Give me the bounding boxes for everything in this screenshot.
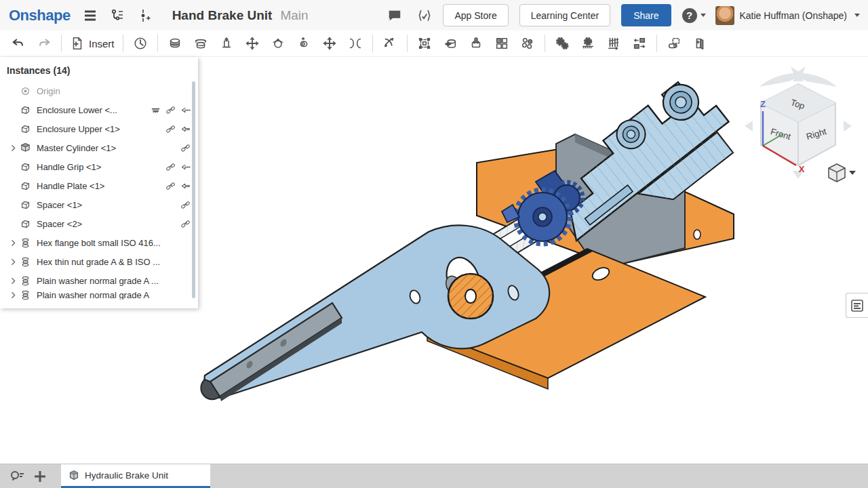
linear-relation-icon[interactable] bbox=[629, 34, 650, 53]
assembly-tab-icon bbox=[68, 469, 80, 481]
chevron-placeholder bbox=[7, 218, 19, 229]
help-icon[interactable]: ? bbox=[682, 8, 697, 23]
rotate-tool-icon[interactable] bbox=[130, 34, 151, 53]
chevron-placeholder bbox=[7, 161, 19, 172]
instance-row[interactable]: Spacer <1> bbox=[0, 195, 198, 214]
instance-row[interactable]: Enclosure Lower <... bbox=[0, 100, 198, 119]
pivot-disc-section bbox=[448, 274, 493, 319]
instance-row[interactable]: Handle Plate <1> bbox=[0, 176, 198, 195]
circular-pattern-icon[interactable] bbox=[517, 34, 538, 53]
fixed-badge-icon bbox=[149, 104, 161, 115]
tangent-mate-icon[interactable] bbox=[345, 34, 366, 53]
versions-icon[interactable] bbox=[110, 8, 125, 23]
instance-row[interactable]: Plain washer normal grade A bbox=[0, 290, 198, 300]
pin-slot-mate-icon[interactable] bbox=[294, 34, 314, 53]
instance-row[interactable]: Plain washer normal grade A ... bbox=[0, 271, 198, 290]
instances-panel: Instances (14) OriginEnclosure Lower <..… bbox=[0, 57, 198, 308]
slider-mate-icon[interactable] bbox=[216, 34, 237, 53]
app-store-button[interactable]: App Store bbox=[443, 4, 508, 26]
instance-row[interactable]: Hex thin nut grade A & B ISO ... bbox=[0, 252, 198, 271]
manage-tabs-icon[interactable] bbox=[5, 464, 28, 488]
z-axis-label: Z bbox=[760, 99, 766, 109]
view-cube[interactable]: Top Front Right Z X bbox=[741, 65, 856, 184]
document-title: Hand Brake Unit bbox=[172, 8, 273, 23]
workspace-name: Main bbox=[280, 8, 308, 23]
add-tab-icon[interactable] bbox=[28, 464, 52, 488]
instance-label: Enclosure Lower <... bbox=[37, 105, 149, 115]
instance-label: Enclosure Upper <1> bbox=[37, 124, 164, 134]
part-icon bbox=[19, 180, 31, 192]
expand-chevron-icon[interactable] bbox=[7, 256, 19, 267]
undo-icon[interactable] bbox=[8, 34, 28, 53]
origin-icon bbox=[19, 85, 31, 97]
document-tab-bar: Hydraulic Brake Unit bbox=[0, 464, 868, 488]
link-badge-icon bbox=[164, 161, 176, 172]
instance-label: Master Cylinder <1> bbox=[37, 143, 179, 153]
rack-pinion-relation-icon[interactable] bbox=[578, 34, 598, 53]
gear-relation-icon[interactable] bbox=[552, 34, 572, 53]
chevron-placeholder bbox=[7, 85, 19, 96]
view-cube-body bbox=[761, 84, 835, 165]
planar-mate-icon[interactable] bbox=[242, 34, 262, 53]
chevron-placeholder bbox=[7, 104, 19, 115]
create-version-icon[interactable] bbox=[137, 8, 152, 23]
display-states-icon[interactable] bbox=[690, 34, 710, 53]
ball-mate-icon[interactable] bbox=[268, 34, 288, 53]
main-menu-icon[interactable] bbox=[83, 8, 98, 23]
group-parts-icon[interactable] bbox=[414, 34, 435, 53]
expand-chevron-icon[interactable] bbox=[7, 275, 19, 286]
instance-row[interactable]: Spacer <2> bbox=[0, 214, 198, 233]
instance-label: Plain washer normal grade A bbox=[37, 290, 191, 300]
part-icon bbox=[19, 123, 31, 135]
chevron-placeholder bbox=[7, 123, 19, 134]
link-badge-icon bbox=[164, 123, 176, 134]
screw-relation-icon[interactable] bbox=[604, 34, 624, 53]
part-icon bbox=[19, 199, 31, 211]
comments-icon[interactable] bbox=[387, 8, 402, 23]
tab-hydraulic-brake-unit[interactable]: Hydraulic Brake Unit bbox=[61, 464, 210, 488]
instance-label: Hex thin nut grade A & B ISO ... bbox=[37, 257, 191, 267]
learning-center-button[interactable]: Learning Center bbox=[519, 4, 610, 26]
fastener-icon bbox=[19, 256, 31, 268]
avatar bbox=[715, 6, 734, 25]
featurescript-icon[interactable] bbox=[417, 8, 432, 23]
panel-scrollbar[interactable] bbox=[192, 81, 195, 298]
expand-chevron-icon[interactable] bbox=[7, 290, 19, 300]
chevron-down-icon bbox=[701, 14, 706, 17]
named-positions-icon[interactable] bbox=[440, 34, 460, 53]
view-options-menu[interactable] bbox=[829, 164, 856, 182]
instance-label: Spacer <2> bbox=[37, 219, 179, 229]
linear-pattern-icon[interactable] bbox=[492, 34, 512, 53]
instance-row[interactable]: Origin bbox=[0, 81, 198, 100]
arrowSolid-badge-icon bbox=[179, 123, 191, 134]
instance-row[interactable]: Hex flange bolt small ISO 416... bbox=[0, 233, 198, 252]
instance-row[interactable]: Master Cylinder <1> bbox=[0, 138, 198, 157]
expand-chevron-icon[interactable] bbox=[7, 237, 19, 248]
revolute-mate-icon[interactable] bbox=[191, 34, 211, 53]
arrowSolid-badge-icon bbox=[179, 180, 191, 191]
toolbar-separator bbox=[157, 35, 158, 52]
expand-chevron-icon[interactable] bbox=[7, 142, 19, 153]
mate-connector-icon[interactable] bbox=[380, 34, 400, 53]
arrowDashed-badge-icon bbox=[179, 161, 191, 172]
insert-label: Insert bbox=[89, 38, 115, 49]
fastened-mate-icon[interactable] bbox=[165, 34, 185, 53]
insert-button[interactable]: Insert bbox=[66, 34, 119, 53]
feature-list-flyout-button[interactable] bbox=[846, 293, 868, 318]
redo-icon[interactable] bbox=[34, 34, 54, 53]
instance-row[interactable]: Enclosure Upper <1> bbox=[0, 119, 198, 138]
exploded-view-icon[interactable] bbox=[664, 34, 684, 53]
insert-doc-icon bbox=[70, 36, 85, 51]
instance-label: Spacer <1> bbox=[37, 200, 179, 210]
toolbar-separator bbox=[656, 35, 657, 52]
help-menu[interactable]: ? bbox=[682, 8, 706, 23]
toolbar-separator bbox=[123, 35, 123, 52]
onshape-logo: Onshape bbox=[0, 7, 71, 24]
user-menu[interactable]: Katie Huffman (Onshape) bbox=[715, 6, 861, 25]
share-button[interactable]: Share bbox=[621, 4, 671, 26]
cylindrical-mate-icon[interactable] bbox=[319, 34, 340, 53]
link-badge-icon bbox=[179, 199, 191, 210]
link-badge-icon bbox=[179, 142, 191, 153]
instance-row[interactable]: Handle Grip <1> bbox=[0, 157, 198, 176]
standard-content-icon[interactable] bbox=[466, 34, 486, 53]
